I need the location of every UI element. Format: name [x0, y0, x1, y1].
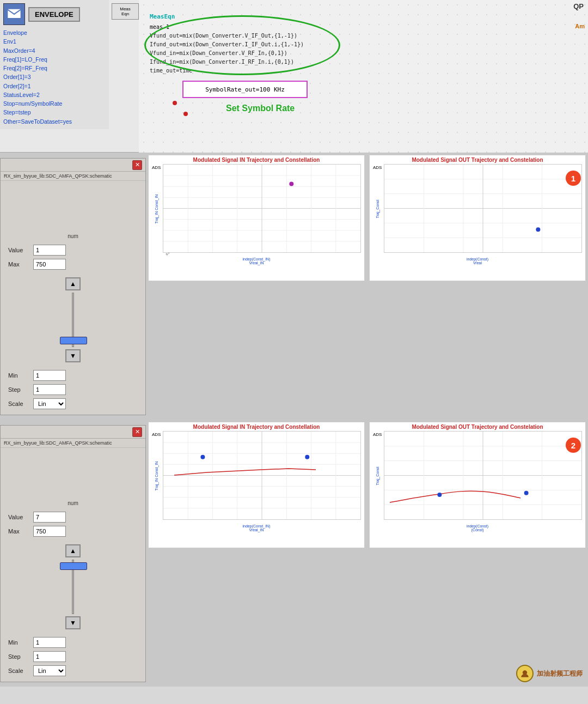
value-row-2: Value [8, 512, 138, 523]
min-input-1[interactable] [33, 370, 66, 381]
yaxis-label-2in: Traj_IN Const_IN [155, 462, 159, 491]
yaxis-label-1in: Traj_IN Const_IN [155, 195, 159, 224]
middle-section: ✕ RX_sim_byyue_lib:SDC_AMFA_QPSK:schemat… [0, 153, 588, 420]
step-row-1: Step [8, 384, 138, 395]
max-input-1[interactable] [33, 259, 66, 270]
chart-2-out: Modulated Signal OUT Trajectory and Cons… [369, 422, 586, 548]
badge-1: 1 [566, 171, 581, 186]
close-button-1[interactable]: ✕ [132, 160, 142, 170]
charts-pair-2: Modulated Signal IN Trajectory and Const… [146, 420, 588, 687]
am-label: Am [575, 23, 585, 29]
param-envelope: Envelope [3, 28, 106, 37]
slider-track-2[interactable] [72, 560, 74, 614]
chart-1-out-inner: ADS Traj_Const 0.0025 0.0015 0.0005 -0.0… [372, 164, 583, 265]
eq-ifund-in: Ifund_in=mix(Down_Converter.I_RF_In.i,{0… [150, 58, 304, 66]
chart-1-in-title: Modulated Signal IN Trajectory and Const… [149, 155, 364, 164]
dialog-box-1: ✕ RX_sim_byyue_lib:SDC_AMFA_QPSK:schemat… [0, 158, 146, 415]
envelope-svg-icon [7, 7, 22, 22]
xaxis-label-2out: indep(Const) (Const) [467, 524, 488, 532]
dialog-subtitle-2: RX_sim_byyue_lib:SDC_AMFA_QPSK:schematic [1, 439, 145, 448]
min-row-2: Min [8, 637, 138, 648]
eqn-label: Eqn [121, 11, 129, 16]
scale-label-1: Scale [8, 400, 29, 407]
badge-2: 2 [566, 438, 581, 453]
param-stop: Stop=num/SymbolRate [3, 99, 106, 108]
step-label-2: Step [8, 653, 29, 660]
envelope-panel: ENVELOPE Envelope Env1 MaxOrder=4 Freq[1… [0, 0, 109, 129]
max-label-2: Max [8, 528, 29, 535]
step-row-2: Step [8, 651, 138, 662]
svg-point-14 [289, 181, 293, 186]
dialog-body-1: num Value Max ▲ ▼ Min Step [1, 181, 145, 415]
meas1-label: meas 1 [150, 23, 304, 32]
slider-thumb-2[interactable] [60, 562, 87, 570]
arrow-up-2[interactable]: ▲ [65, 544, 81, 557]
svg-point-52 [437, 493, 442, 497]
step-input-2[interactable] [33, 651, 66, 662]
step-label-1: Step [8, 386, 29, 393]
svg-point-41 [305, 455, 309, 459]
param-order1: Order[1]=3 [3, 72, 106, 81]
svg-point-25 [536, 227, 540, 232]
max-input-2[interactable] [33, 526, 66, 537]
param-step: Step=tstep [3, 108, 106, 117]
param-freq1: Freq[1]=LO_Freq [3, 55, 106, 64]
scale-select-1[interactable]: LinLog [33, 398, 66, 409]
chart-2-in-title: Modulated Signal IN Trajectory and Const… [149, 422, 364, 431]
eq-0: Vfund_out=mix(Down_Converter.V_IF_Out,{1… [150, 32, 304, 40]
meas-title-label: MeasEqn [150, 12, 304, 22]
xticks-1in: 0.00350.0015-0.0005-0.0025 [164, 253, 307, 257]
arrow-up-1[interactable]: ▲ [65, 277, 81, 290]
value-input-1[interactable] [33, 245, 66, 256]
xaxis-label-1in: indep(Const_IN) Vreal_IN [243, 257, 271, 265]
num-label-1: num [8, 233, 138, 239]
slider-track-1[interactable] [72, 293, 74, 347]
slider-area-2: ▲ ▼ [8, 544, 138, 629]
symbol-rate-equation: SymbolRate_out=100 KHz [205, 86, 285, 93]
chart-2-out-title: Modulated Signal OUT Trajectory and Cons… [370, 422, 585, 431]
max-row-2: Max [8, 526, 138, 537]
grid-svg-1in [163, 165, 360, 252]
qp-label: QP [573, 2, 584, 10]
watermark-icon [516, 665, 534, 682]
chart-1-out-title: Modulated Signal OUT Trajectory and Cons… [370, 155, 585, 164]
chart-1-in-inner: ADS Traj_IN Const_IN 0.0035 0.0025 0.001… [151, 164, 362, 265]
min-input-2[interactable] [33, 637, 66, 648]
grid-svg-2in [163, 432, 360, 519]
symbol-rate-box: SymbolRate_out=100 KHz [182, 81, 308, 98]
chart-plot-2out: 0.0025 0.0015 0.0005 -0.0005 -0.0015 -0.… [384, 431, 582, 520]
value-label-2: Value [8, 514, 29, 520]
meas-label: Meas [120, 7, 131, 11]
dialog-body-2: num Value Max ▲ ▼ Min Step [1, 448, 145, 682]
chart-1-out: Modulated Signal OUT Trajectory and Cons… [369, 155, 586, 281]
chart-plot-1in: 0.0035 0.0025 0.0015 0.0005 -0.0005 -0.0… [163, 164, 361, 253]
param-maxorder: MaxOrder=4 [3, 46, 106, 55]
slider-thumb-1[interactable] [60, 337, 87, 344]
min-label-2: Min [8, 639, 29, 646]
chart-1-in: Modulated Signal IN Trajectory and Const… [148, 155, 365, 281]
yaxis-container-2in: Traj_IN Const_IN [151, 431, 163, 521]
grid-svg-2out [384, 432, 581, 519]
envelope-icon [3, 3, 25, 25]
svg-point-53 [524, 491, 529, 495]
num-label-2: num [8, 500, 138, 506]
min-label-1: Min [8, 372, 29, 379]
grid-svg-1out [384, 165, 581, 252]
schematic-area: QP MeasEqn meas 1 Vfund_out=mix(Down_Con… [139, 0, 588, 153]
arrow-down-1[interactable]: ▼ [65, 349, 81, 362]
dialog-titlebar-1: ✕ [1, 159, 145, 172]
scale-select-2[interactable]: LinLog [33, 665, 66, 676]
value-input-2[interactable] [33, 512, 66, 523]
svg-point-40 [200, 455, 205, 459]
envelope-button[interactable]: ENVELOPE [28, 7, 80, 22]
meas-eqn-button[interactable]: Meas Eqn [112, 3, 139, 20]
set-symbol-rate-label: Set Symbol Rate [226, 104, 295, 113]
max-label-1: Max [8, 261, 29, 268]
yaxis-container-1in: Traj_IN Const_IN [151, 164, 163, 254]
step-input-1[interactable] [33, 384, 66, 395]
chart-plot-1out: 0.0025 0.0015 0.0005 -0.0005 -0.0015 -0.… [384, 164, 582, 253]
eq-time: time_out=time [150, 66, 304, 75]
arrow-down-2[interactable]: ▼ [65, 616, 81, 629]
close-button-2[interactable]: ✕ [132, 427, 142, 437]
value-row-1: Value [8, 245, 138, 256]
